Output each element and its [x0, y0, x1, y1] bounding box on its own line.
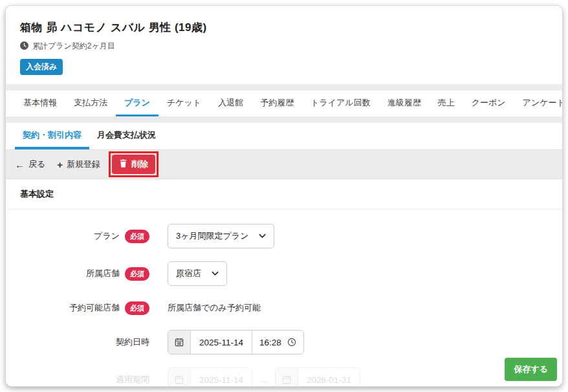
required-badge: 必須 [125, 301, 149, 315]
form-row-bookable-store: 予約可能店舗 必須 所属店舗でのみ予約可能 [6, 299, 562, 317]
tab-payment-method[interactable]: 支払方法 [65, 91, 116, 116]
trash-icon [119, 159, 127, 169]
member-detail-card: 箱物 昴 ハコモノ スバル 男性 (19歳) 累計プラン契約2ヶ月目 入会済み … [5, 5, 563, 387]
status-badge: 入会済み [20, 59, 63, 75]
tab-ticket[interactable]: チケット [158, 91, 210, 116]
calendar-icon [276, 368, 298, 387]
member-header: 箱物 昴 ハコモノ スバル 男性 (19歳) 累計プラン契約2ヶ月目 入会済み [6, 6, 562, 84]
store-select-value: 原宿店 [176, 268, 201, 279]
back-arrow-icon: ← [15, 160, 25, 169]
plan-tenure-row: 累計プラン契約2ヶ月目 [20, 41, 548, 52]
tab-promotion-history[interactable]: 進級履歴 [379, 91, 430, 116]
clock-outline-icon [287, 338, 296, 347]
store-label-col: 所属店舗 必須 [6, 267, 149, 281]
contract-datetime-label: 契約日時 [116, 336, 149, 348]
member-name: 箱物 昴 ハコモノ スバル 男性 (19歳) [20, 20, 548, 35]
tab-sales[interactable]: 売上 [430, 91, 463, 116]
calendar-icon[interactable] [168, 331, 191, 354]
form-row-contract-datetime: 契約日時 2025-11-14 16:28 [6, 330, 562, 354]
main-tabbar: 基本情報 支払方法 プラン チケット 入退館 予約履歴 トライアル回数 進級履歴… [6, 91, 562, 116]
sub-tabbar: 契約・割引内容 月会費支払状況 [6, 123, 562, 150]
bookable-store-label-col: 予約可能店舗 必須 [6, 301, 149, 315]
tab-survey[interactable]: アンケート [514, 91, 563, 116]
required-badge: 必須 [125, 267, 149, 281]
contract-time-value: 16:28 [259, 338, 281, 347]
contract-datetime-group: 2025-11-14 16:28 [168, 330, 304, 354]
contract-datetime-label-col: 契約日時 [6, 336, 149, 348]
chevron-down-icon [212, 271, 219, 276]
period-start-input: 2025-11-14 [191, 368, 252, 387]
new-registration-button[interactable]: + 新規登録 [57, 158, 100, 170]
period-end-group: 2026-01-31 [275, 367, 360, 387]
period-end-input: 2026-01-31 [298, 368, 360, 387]
plan-content-panel: 契約・割引内容 月会費支払状況 ← 戻る + 新規登録 削除 [6, 123, 562, 387]
arrow-right-icon: → [259, 375, 268, 386]
tab-reservation-history[interactable]: 予約履歴 [252, 91, 302, 116]
tab-basic-info[interactable]: 基本情報 [15, 91, 65, 116]
required-badge: 必須 [125, 230, 149, 243]
plus-icon: + [57, 160, 63, 169]
form-row-plan: プラン 必須 3ヶ月間限定プラン [6, 224, 562, 248]
clock-icon [20, 41, 28, 52]
applicable-period-label-col: 適用期間 [6, 374, 149, 386]
new-registration-label: 新規登録 [67, 158, 100, 170]
plan-select[interactable]: 3ヶ月間限定プラン [168, 224, 274, 248]
back-button[interactable]: ← 戻る [15, 158, 45, 170]
toolbar: ← 戻る + 新規登録 削除 [6, 150, 562, 179]
plan-select-value: 3ヶ月間限定プラン [176, 230, 248, 242]
form-row-store: 所属店舗 必須 原宿店 [6, 261, 562, 286]
tab-entry-exit[interactable]: 入退館 [210, 91, 252, 116]
bookable-store-label: 予約可能店舗 [69, 302, 120, 314]
delete-button-wrap: 削除 [112, 155, 155, 174]
plan-label: プラン [94, 230, 120, 242]
bookable-store-value: 所属店舗でのみ予約可能 [168, 302, 261, 314]
store-select[interactable]: 原宿店 [168, 261, 227, 286]
store-label: 所属店舗 [86, 268, 120, 279]
delete-button[interactable]: 削除 [112, 155, 155, 174]
form-row-applicable-period: 適用期間 2025-11-14 → 2026-01-31 [6, 367, 562, 387]
calendar-icon [168, 368, 191, 387]
plan-tenure-text: 累計プラン契約2ヶ月目 [32, 41, 115, 52]
contract-date-input[interactable]: 2025-11-14 [191, 331, 252, 354]
subtab-contract-discount[interactable]: 契約・割引内容 [15, 123, 89, 149]
delete-button-label: 削除 [131, 158, 148, 170]
tab-plan[interactable]: プラン [116, 91, 158, 116]
save-button[interactable]: 保存する [505, 358, 557, 381]
section-gap [6, 84, 562, 91]
basic-settings-form: プラン 必須 3ヶ月間限定プラン 所属店舗 必須 [6, 210, 562, 387]
subtab-monthly-fee-status[interactable]: 月会費支払状況 [89, 123, 164, 149]
contract-time-input[interactable]: 16:28 [252, 331, 303, 354]
tab-coupon[interactable]: クーポン [463, 91, 514, 116]
basic-settings-heading: 基本設定 [6, 179, 562, 210]
section-gap [6, 116, 562, 123]
period-start-group: 2025-11-14 [168, 367, 252, 387]
applicable-period-label: 適用期間 [116, 374, 149, 386]
tab-trial-count[interactable]: トライアル回数 [302, 91, 379, 116]
plan-label-col: プラン 必須 [6, 230, 149, 243]
back-button-label: 戻る [28, 158, 45, 170]
chevron-down-icon [259, 234, 266, 239]
